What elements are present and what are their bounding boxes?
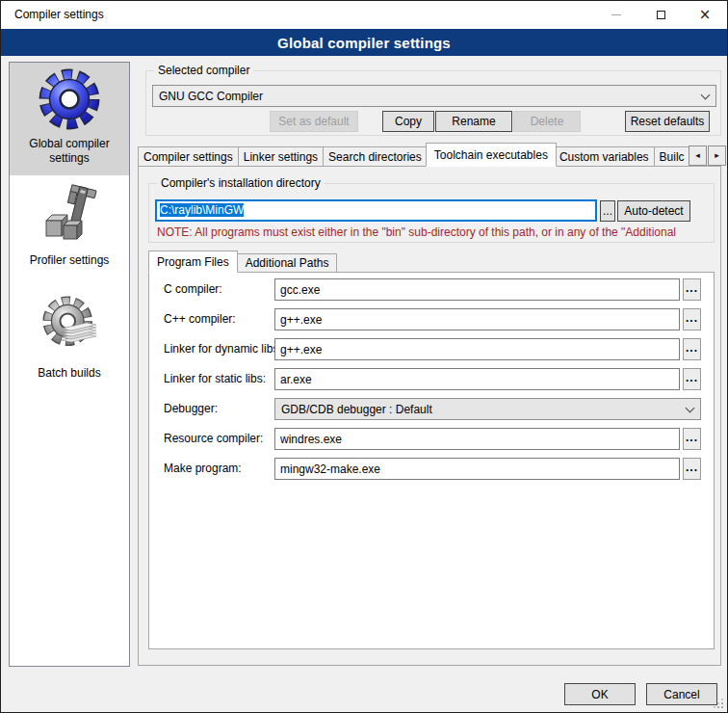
tab-custom-variables[interactable]: Custom variables [555, 146, 655, 167]
sidebar-item-label: Profiler settings [10, 253, 129, 268]
toolchain-row-static-linker: Linker for static libs: ... [149, 368, 714, 390]
titlebar[interactable]: Compiler settings × [1, 1, 727, 29]
gear-papers-icon [39, 294, 100, 356]
sidebar-item-profiler-settings[interactable]: Profiler settings [10, 183, 129, 268]
auto-detect-button[interactable]: Auto-detect [617, 200, 690, 222]
reset-defaults-button[interactable]: Reset defaults [625, 111, 710, 132]
field-label: Linker for dynamic libs: [164, 338, 282, 360]
cancel-button[interactable]: Cancel [646, 683, 717, 705]
compiler-select-value: GNU GCC Compiler [159, 90, 263, 103]
sidebar-item-global-compiler-settings[interactable]: Global compiler settings [10, 63, 129, 175]
toolchain-row-make-program: Make program: ... [149, 458, 714, 480]
c-compiler-browse-button[interactable]: ... [683, 278, 701, 301]
installation-directory-value: C:\raylib\MinGW [160, 203, 244, 217]
settings-tabstrip: Compiler settings Linker settings Search… [138, 143, 689, 167]
tab-search-directories[interactable]: Search directories [324, 146, 428, 167]
tab-additional-paths[interactable]: Additional Paths [238, 253, 338, 273]
cpp-compiler-input[interactable] [274, 308, 680, 330]
resize-grip-icon[interactable] [713, 698, 724, 709]
sidebar-item-label: Batch builds [10, 366, 129, 381]
bin-subdirectory-note: NOTE: All programs must exist either in … [157, 225, 710, 239]
tab-compiler-settings[interactable]: Compiler settings [138, 146, 239, 167]
gear-blue-icon [39, 68, 100, 130]
field-label: Make program: [164, 458, 242, 480]
toolchain-row-resource-compiler: Resource compiler: ... [149, 428, 714, 450]
installation-directory-group: Compiler's installation directory C:\ray… [148, 183, 715, 243]
resource-compiler-input[interactable] [274, 428, 680, 450]
tab-scroll-left-button[interactable]: ◂ [689, 145, 707, 166]
dialog-banner: Global compiler settings [1, 29, 727, 56]
toolchain-row-debugger: Debugger: GDB/CDB debugger : Default [149, 398, 714, 420]
field-label: C compiler: [164, 278, 222, 301]
installation-directory-browse-button[interactable]: ... [600, 200, 615, 222]
make-program-browse-button[interactable]: ... [683, 458, 701, 480]
rename-button[interactable]: Rename [435, 111, 512, 132]
dynamic-linker-browse-button[interactable]: ... [683, 338, 701, 360]
program-files-tabstrip: Program Files Additional Paths [148, 251, 337, 273]
field-label: Debugger: [164, 398, 218, 420]
installation-directory-input[interactable]: C:\raylib\MinGW [155, 199, 597, 222]
dynamic-linker-input[interactable] [274, 338, 680, 360]
make-program-input[interactable] [274, 458, 680, 480]
settings-category-list: Global compiler settings Profiler settin… [9, 62, 130, 667]
debugger-select[interactable]: GDB/CDB debugger : Default [274, 398, 701, 420]
tab-program-files[interactable]: Program Files [148, 251, 238, 273]
group-label: Compiler's installation directory [157, 176, 325, 190]
program-files-page: C compiler: ... C++ compiler: ... Linker… [148, 272, 715, 649]
group-label: Selected compiler [154, 64, 253, 77]
maximize-icon [657, 11, 665, 19]
delete-button: Delete [513, 111, 581, 132]
tab-build-options[interactable]: Builc [655, 146, 689, 167]
tab-linker-settings[interactable]: Linker settings [239, 146, 324, 167]
arrow-right-icon: ▸ [715, 150, 719, 160]
selected-compiler-group: Selected compiler GNU GCC Compiler Set a… [145, 70, 721, 136]
cpp-compiler-browse-button[interactable]: ... [683, 308, 701, 330]
caliper-cubes-icon [39, 184, 100, 246]
field-label: C++ compiler: [164, 308, 236, 330]
close-icon: × [699, 8, 712, 22]
close-button[interactable]: × [683, 1, 727, 29]
arrow-left-icon: ◂ [695, 150, 700, 160]
toolchain-executables-page: Compiler's installation directory C:\ray… [138, 166, 721, 666]
tab-toolchain-executables[interactable]: Toolchain executables [426, 143, 557, 167]
resource-compiler-browse-button[interactable]: ... [683, 428, 701, 450]
set-as-default-button: Set as default [270, 111, 358, 132]
toolchain-row-c-compiler: C compiler: ... [149, 278, 714, 301]
field-label: Linker for static libs: [164, 368, 266, 390]
sidebar-item-batch-builds[interactable]: Batch builds [10, 294, 129, 381]
c-compiler-input[interactable] [274, 278, 680, 301]
toolchain-row-dynamic-linker: Linker for dynamic libs: ... [149, 338, 714, 360]
minimize-button[interactable] [594, 1, 638, 29]
static-linker-browse-button[interactable]: ... [683, 368, 701, 390]
ok-button[interactable]: OK [564, 683, 636, 705]
window-title: Compiler settings [14, 1, 104, 29]
copy-button[interactable]: Copy [382, 111, 434, 132]
compiler-settings-dialog: Compiler settings × Global compiler sett… [0, 0, 728, 713]
tab-scroll-right-button[interactable]: ▸ [708, 145, 726, 166]
chevron-down-icon [701, 91, 711, 100]
chevron-down-icon [686, 404, 695, 413]
toolchain-row-cpp-compiler: C++ compiler: ... [149, 308, 714, 330]
field-label: Resource compiler: [164, 428, 263, 450]
debugger-select-value: GDB/CDB debugger : Default [281, 403, 432, 416]
sidebar-item-label: Global compiler settings [10, 137, 129, 166]
banner-title: Global compiler settings [277, 35, 451, 51]
compiler-select[interactable]: GNU GCC Compiler [152, 85, 716, 107]
static-linker-input[interactable] [274, 368, 680, 390]
minimize-icon [611, 14, 621, 15]
maximize-button[interactable] [638, 1, 683, 29]
